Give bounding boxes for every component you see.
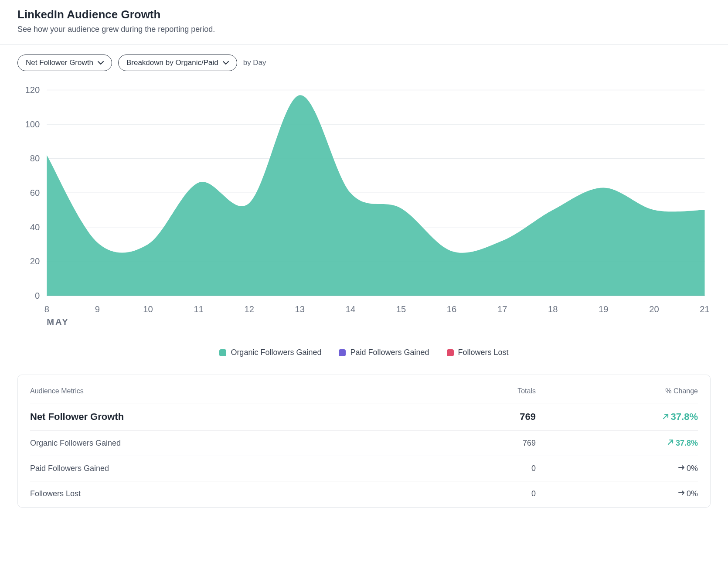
svg-text:15: 15: [396, 304, 406, 314]
metric-name: Followers Lost: [30, 489, 81, 498]
svg-text:21: 21: [700, 304, 709, 314]
chevron-down-icon: [223, 61, 229, 65]
metric-change: 37.8%: [662, 411, 698, 423]
breakdown-select[interactable]: Breakdown by Organic/Paid: [118, 55, 237, 71]
svg-text:0: 0: [35, 291, 40, 300]
table-row[interactable]: Paid Followers Gained00%: [30, 456, 698, 481]
legend-item[interactable]: Followers Lost: [447, 348, 509, 357]
svg-text:80: 80: [30, 153, 40, 163]
arrow-right-icon: [678, 489, 685, 498]
col-header-totals: Totals: [453, 379, 536, 403]
legend-label: Organic Followers Gained: [231, 348, 321, 357]
arrow-right-icon: [678, 464, 685, 473]
metric-total: 0: [531, 489, 536, 498]
svg-text:9: 9: [95, 304, 100, 314]
table-row[interactable]: Net Follower Growth76937.8%: [30, 403, 698, 431]
page-title: LinkedIn Audience Growth: [17, 8, 711, 21]
page-subtitle: See how your audience grew during the re…: [17, 25, 711, 34]
metrics-table: Audience Metrics Totals % Change Net Fol…: [30, 379, 698, 506]
svg-text:12: 12: [244, 304, 254, 314]
granularity-label: by Day: [243, 58, 266, 67]
legend-item[interactable]: Organic Followers Gained: [219, 348, 321, 357]
metric-select-label: Net Follower Growth: [26, 58, 93, 67]
svg-text:17: 17: [497, 304, 507, 314]
svg-text:20: 20: [649, 304, 659, 314]
metric-name: Paid Followers Gained: [30, 464, 109, 473]
chart-legend: Organic Followers GainedPaid Followers G…: [17, 338, 711, 365]
svg-text:10: 10: [143, 304, 153, 314]
metric-total: 769: [523, 439, 536, 447]
svg-text:16: 16: [447, 304, 456, 314]
col-header-name: Audience Metrics: [30, 379, 453, 403]
metrics-card: Audience Metrics Totals % Change Net Fol…: [17, 375, 711, 508]
legend-swatch: [447, 349, 454, 356]
table-row[interactable]: Organic Followers Gained76937.8%: [30, 431, 698, 456]
legend-item[interactable]: Paid Followers Gained: [339, 348, 429, 357]
table-row[interactable]: Followers Lost00%: [30, 481, 698, 507]
report-header: LinkedIn Audience Growth See how your au…: [0, 0, 728, 45]
legend-swatch: [339, 349, 346, 356]
svg-text:13: 13: [295, 304, 305, 314]
svg-text:120: 120: [25, 85, 40, 95]
metric-change: 37.8%: [667, 439, 698, 448]
arrow-up-icon: [667, 439, 674, 448]
chart-container: 0204060801001208MAY910111213141516171819…: [0, 75, 728, 369]
arrow-up-icon: [662, 411, 669, 423]
svg-text:60: 60: [30, 188, 40, 198]
metric-change: 0%: [678, 464, 698, 473]
metric-name: Organic Followers Gained: [30, 439, 121, 447]
breakdown-select-label: Breakdown by Organic/Paid: [126, 58, 218, 67]
legend-label: Followers Lost: [458, 348, 509, 357]
svg-text:MAY: MAY: [47, 317, 69, 327]
svg-text:20: 20: [30, 256, 40, 266]
svg-text:14: 14: [346, 304, 355, 314]
metric-total: 0: [531, 464, 536, 473]
chart-controls: Net Follower Growth Breakdown by Organic…: [0, 45, 728, 75]
legend-label: Paid Followers Gained: [350, 348, 429, 357]
metric-change: 0%: [678, 489, 698, 498]
svg-text:11: 11: [194, 304, 203, 314]
svg-text:18: 18: [548, 304, 558, 314]
area-chart: 0204060801001208MAY910111213141516171819…: [17, 84, 711, 338]
metric-total: 769: [520, 411, 536, 422]
svg-text:19: 19: [599, 304, 608, 314]
chevron-down-icon: [98, 61, 104, 65]
svg-text:100: 100: [25, 119, 40, 129]
svg-text:40: 40: [30, 222, 40, 232]
col-header-change: % Change: [536, 379, 698, 403]
metric-name: Net Follower Growth: [30, 411, 124, 422]
metric-select[interactable]: Net Follower Growth: [17, 55, 112, 71]
svg-text:8: 8: [44, 304, 49, 314]
legend-swatch: [219, 349, 226, 356]
